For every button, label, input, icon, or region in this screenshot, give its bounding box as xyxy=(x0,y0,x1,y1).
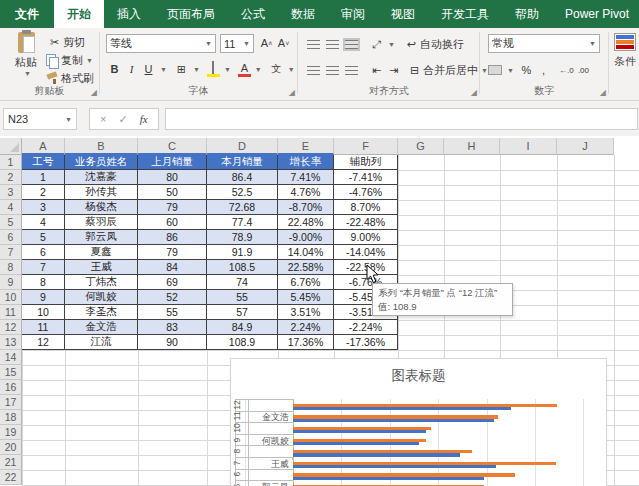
table-cell-r3c1[interactable]: 孙传其 xyxy=(65,185,138,200)
table-cell-r11c2[interactable]: 55 xyxy=(138,305,207,320)
comma-style-button[interactable]: , xyxy=(535,62,552,79)
table-cell-r13c0[interactable]: 12 xyxy=(22,335,65,350)
table-cell-r5c2[interactable]: 60 xyxy=(138,215,207,230)
alignment-dialog-launcher[interactable]: ◢ xyxy=(471,88,477,97)
table-cell-r3c2[interactable]: 50 xyxy=(138,185,207,200)
chart[interactable]: 图表标题 -200204060801001201沈嘉豪23杨俊杰45郭云凤67王… xyxy=(230,358,607,486)
table-cell-r12c0[interactable]: 11 xyxy=(22,320,65,335)
paste-button[interactable]: 粘贴 ▼ xyxy=(8,32,44,77)
tab-8[interactable]: 开发工具 xyxy=(428,0,502,28)
table-cell-r5c5[interactable]: -22.48% xyxy=(334,215,398,230)
table-cell-r12c2[interactable]: 83 xyxy=(138,320,207,335)
underline-button[interactable]: U xyxy=(140,61,157,78)
column-header-J[interactable]: J xyxy=(557,138,614,155)
select-all-corner[interactable] xyxy=(0,138,22,155)
font-name-combo[interactable]: 等线▼ xyxy=(106,34,216,53)
row-header-13[interactable]: 13 xyxy=(0,335,22,350)
table-cell-r10c4[interactable]: 5.45% xyxy=(278,290,334,305)
table-cell-r12c3[interactable]: 84.9 xyxy=(207,320,278,335)
table-cell-r12c5[interactable]: -2.24% xyxy=(334,320,398,335)
table-cell-r10c1[interactable]: 何凯姣 xyxy=(65,290,138,305)
table-cell-r4c0[interactable]: 3 xyxy=(22,200,65,215)
column-header-E[interactable]: E xyxy=(278,138,334,155)
table-header-cell[interactable]: 本月销量 xyxy=(207,155,278,170)
table-cell-r4c2[interactable]: 79 xyxy=(138,200,207,215)
bar-上月销量-11[interactable] xyxy=(293,419,494,422)
table-cell-r2c4[interactable]: 7.41% xyxy=(278,170,334,185)
copy-button[interactable]: 复制▼ xyxy=(46,51,94,69)
increase-indent-button[interactable]: ⇥ xyxy=(385,62,402,79)
table-cell-r13c3[interactable]: 108.9 xyxy=(207,335,278,350)
orientation-button[interactable]: ⤢ xyxy=(368,36,385,53)
enter-button[interactable]: ✓ xyxy=(112,113,133,126)
table-cell-r13c2[interactable]: 90 xyxy=(138,335,207,350)
bar-上月销量-12[interactable] xyxy=(293,407,511,410)
row-header-2[interactable]: 2 xyxy=(0,170,22,185)
tab-10[interactable]: Power Pivot xyxy=(552,0,639,28)
tab-6[interactable]: 审阅 xyxy=(328,0,378,28)
table-cell-r5c4[interactable]: 22.48% xyxy=(278,215,334,230)
row-header-18[interactable]: 18 xyxy=(0,410,22,425)
row-header-15[interactable]: 15 xyxy=(0,365,22,380)
column-header-H[interactable]: H xyxy=(444,138,500,155)
table-cell-r2c0[interactable]: 1 xyxy=(22,170,65,185)
row-header-7[interactable]: 7 xyxy=(0,245,22,260)
row-header-21[interactable]: 21 xyxy=(0,455,22,470)
number-format-combo[interactable]: 常规▼ xyxy=(488,34,600,53)
table-cell-r9c1[interactable]: 丁炜杰 xyxy=(65,275,138,290)
table-cell-r3c3[interactable]: 52.5 xyxy=(207,185,278,200)
table-cell-r4c4[interactable]: -8.70% xyxy=(278,200,334,215)
table-cell-r2c3[interactable]: 86.4 xyxy=(207,170,278,185)
phonetic-guide-button[interactable]: 文 xyxy=(268,61,285,78)
font-dialog-launcher[interactable]: ◢ xyxy=(289,88,295,97)
table-cell-r9c3[interactable]: 74 xyxy=(207,275,278,290)
table-cell-r7c2[interactable]: 79 xyxy=(138,245,207,260)
bar-上月销量-10[interactable] xyxy=(293,430,426,433)
conditional-formatting-button[interactable]: 条件 xyxy=(614,33,636,69)
borders-button[interactable]: ⊞ xyxy=(173,61,190,78)
table-cell-r10c0[interactable]: 9 xyxy=(22,290,65,305)
table-cell-r6c5[interactable]: 9.00% xyxy=(334,230,398,245)
table-cell-r7c4[interactable]: 14.04% xyxy=(278,245,334,260)
decrease-decimal-button[interactable]: .00 xyxy=(575,62,592,79)
table-cell-r11c4[interactable]: 3.51% xyxy=(278,305,334,320)
row-header-1[interactable]: 1 xyxy=(0,155,22,170)
table-cell-r8c2[interactable]: 84 xyxy=(138,260,207,275)
decrease-font-button[interactable]: A˅ xyxy=(275,35,292,52)
table-cell-r6c4[interactable]: -9.00% xyxy=(278,230,334,245)
table-cell-r3c0[interactable]: 2 xyxy=(22,185,65,200)
table-header-cell[interactable]: 辅助列 xyxy=(334,155,398,170)
row-header-8[interactable]: 8 xyxy=(0,260,22,275)
bar-上月销量-9[interactable] xyxy=(293,442,419,445)
column-header-I[interactable]: I xyxy=(500,138,557,155)
bar-上月销量-7[interactable] xyxy=(293,465,496,468)
merge-center-button[interactable]: 合并后居中 xyxy=(423,63,478,78)
tab-1[interactable]: 开始 xyxy=(54,0,104,28)
row-header-10[interactable]: 10 xyxy=(0,290,22,305)
tab-4[interactable]: 公式 xyxy=(228,0,278,28)
table-cell-r13c5[interactable]: -17.36% xyxy=(334,335,398,350)
table-cell-r11c3[interactable]: 57 xyxy=(207,305,278,320)
table-cell-r7c5[interactable]: -14.04% xyxy=(334,245,398,260)
row-header-14[interactable]: 14 xyxy=(0,350,22,365)
table-cell-r4c1[interactable]: 杨俊杰 xyxy=(65,200,138,215)
table-header-cell[interactable]: 业务员姓名 xyxy=(65,155,138,170)
align-middle-button[interactable] xyxy=(326,40,339,49)
align-center-button[interactable] xyxy=(326,66,339,75)
table-cell-r13c1[interactable]: 江流 xyxy=(65,335,138,350)
table-cell-r5c1[interactable]: 蔡羽辰 xyxy=(65,215,138,230)
increase-decimal-button[interactable]: ←.0 xyxy=(558,62,575,79)
table-cell-r5c3[interactable]: 77.4 xyxy=(207,215,278,230)
tab-2[interactable]: 插入 xyxy=(104,0,154,28)
italic-button[interactable]: I xyxy=(123,61,140,78)
bar-上月销量-8[interactable] xyxy=(293,453,460,456)
row-header-16[interactable]: 16 xyxy=(0,380,22,395)
table-cell-r4c3[interactable]: 72.68 xyxy=(207,200,278,215)
table-header-cell[interactable]: 工号 xyxy=(22,155,65,170)
table-cell-r8c0[interactable]: 7 xyxy=(22,260,65,275)
column-header-D[interactable]: D xyxy=(207,138,278,155)
decrease-indent-button[interactable]: ⇤ xyxy=(368,62,385,79)
table-cell-r8c3[interactable]: 108.5 xyxy=(207,260,278,275)
table-cell-r3c4[interactable]: 4.76% xyxy=(278,185,334,200)
row-header-4[interactable]: 4 xyxy=(0,200,22,215)
